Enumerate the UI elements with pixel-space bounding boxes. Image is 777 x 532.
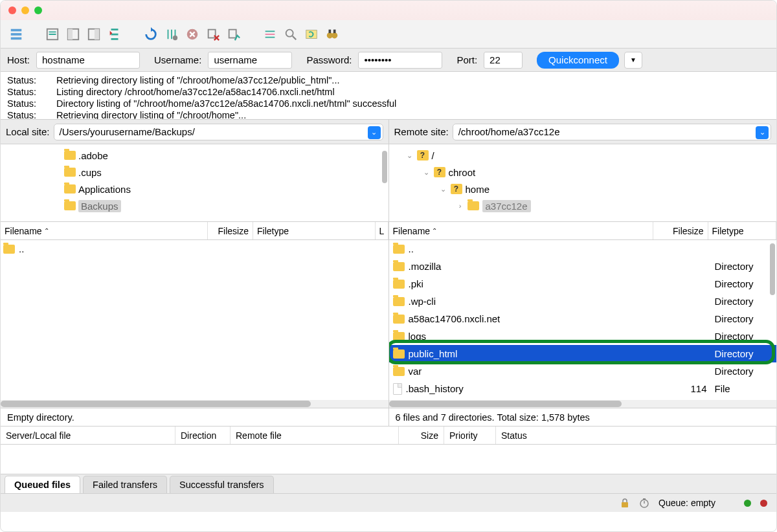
list-item[interactable]: varDirectory bbox=[389, 362, 777, 380]
tab-successful-transfers[interactable]: Successful transfers bbox=[170, 476, 274, 493]
stopwatch-icon[interactable] bbox=[639, 498, 649, 508]
reconnect-icon[interactable] bbox=[225, 25, 243, 43]
tree-item-label: .cups bbox=[78, 167, 102, 178]
toggle-remote-tree-icon[interactable] bbox=[85, 25, 103, 43]
qcol-status[interactable]: Status bbox=[496, 427, 776, 444]
chevron-down-icon: ⌄ bbox=[756, 126, 769, 139]
window-maximize-button[interactable] bbox=[34, 6, 42, 14]
quickconnect-history-dropdown[interactable]: ▼ bbox=[624, 52, 642, 69]
folder-icon bbox=[467, 201, 479, 210]
username-input[interactable] bbox=[208, 52, 292, 69]
col-filetype[interactable]: Filetype bbox=[708, 222, 777, 239]
sort-asc-icon: ⌃ bbox=[44, 227, 49, 234]
tree-item-label: Backups bbox=[78, 200, 121, 212]
message-log[interactable]: Status:Retrieving directory listing of "… bbox=[1, 72, 776, 120]
queue-body[interactable] bbox=[1, 445, 776, 474]
list-item[interactable]: .bash_history114File bbox=[389, 380, 777, 397]
filetype: Directory bbox=[711, 313, 777, 324]
scrollbar-horizontal[interactable] bbox=[389, 400, 777, 408]
tab-queued-files[interactable]: Queued files bbox=[5, 476, 80, 493]
col-filename[interactable]: Filename⌃ bbox=[1, 222, 208, 239]
scrollbar-horizontal[interactable] bbox=[1, 400, 388, 408]
expand-icon[interactable]: ⌄ bbox=[406, 151, 414, 160]
filetype: Directory bbox=[711, 348, 777, 359]
window-minimize-button[interactable] bbox=[21, 6, 29, 14]
binoculars-icon[interactable] bbox=[323, 25, 341, 43]
site-manager-icon[interactable] bbox=[7, 25, 25, 43]
col-filename[interactable]: Filename⌃ bbox=[389, 222, 653, 239]
col-filetype[interactable]: Filetype bbox=[253, 222, 376, 239]
tree-item[interactable]: Applications bbox=[6, 181, 383, 197]
list-item[interactable]: .. bbox=[389, 240, 777, 258]
expand-icon[interactable]: ⌄ bbox=[440, 185, 447, 194]
activity-indicator-upload bbox=[760, 500, 767, 507]
local-file-list[interactable]: Filename⌃ Filesize Filetype L .. bbox=[1, 222, 389, 408]
tree-item[interactable]: ›a37cc12e bbox=[394, 197, 772, 214]
toggle-local-tree-icon[interactable] bbox=[64, 25, 82, 43]
list-item[interactable]: a58ac14706.nxcli.netDirectory bbox=[389, 310, 777, 327]
filter-icon[interactable] bbox=[261, 25, 279, 43]
refresh-icon[interactable] bbox=[142, 25, 160, 43]
compare-icon[interactable] bbox=[302, 25, 321, 43]
quickconnect-button[interactable]: Quickconnect bbox=[537, 52, 619, 69]
tree-item[interactable]: ⌄?chroot bbox=[394, 164, 772, 181]
list-item[interactable]: .wp-cliDirectory bbox=[389, 293, 777, 310]
list-item[interactable]: .pkiDirectory bbox=[389, 275, 777, 293]
window-close-button[interactable] bbox=[8, 6, 16, 14]
tree-item[interactable]: ⌄?/ bbox=[394, 147, 772, 164]
toggle-queue-icon[interactable] bbox=[106, 25, 124, 43]
filetype: Directory bbox=[711, 366, 777, 377]
list-item[interactable]: .. bbox=[1, 240, 388, 258]
list-item[interactable]: logsDirectory bbox=[389, 327, 777, 345]
col-lastmodified[interactable]: L bbox=[376, 222, 388, 239]
folder-icon bbox=[3, 245, 15, 254]
host-input[interactable] bbox=[36, 52, 140, 69]
qcol-direction[interactable]: Direction bbox=[175, 427, 231, 444]
port-input[interactable] bbox=[484, 52, 523, 69]
port-label: Port: bbox=[456, 54, 477, 65]
remote-file-list[interactable]: Filename⌃ Filesize Filetype ...mozillaDi… bbox=[389, 222, 777, 408]
remote-status: 6 files and 7 directories. Total size: 1… bbox=[389, 408, 777, 426]
expand-icon[interactable]: ⌄ bbox=[423, 168, 431, 177]
log-line: Status:Retrieving directory listing of "… bbox=[7, 109, 770, 120]
tree-item-label: .adobe bbox=[78, 150, 108, 161]
password-input[interactable] bbox=[358, 52, 442, 69]
qcol-size[interactable]: Size bbox=[399, 427, 444, 444]
tree-item[interactable]: ⌄?home bbox=[394, 181, 772, 197]
qcol-priority[interactable]: Priority bbox=[444, 427, 496, 444]
unknown-folder-icon: ? bbox=[451, 184, 462, 194]
remote-site-path-select[interactable]: /chroot/home/a37cc12e ⌄ bbox=[453, 124, 771, 140]
expand-icon[interactable]: › bbox=[456, 202, 464, 210]
qcol-remote[interactable]: Remote file bbox=[231, 427, 399, 444]
col-filesize[interactable]: Filesize bbox=[653, 222, 708, 239]
tree-item[interactable]: .cups bbox=[6, 164, 383, 181]
qcol-server[interactable]: Server/Local file bbox=[1, 427, 175, 444]
scrollbar[interactable] bbox=[770, 243, 775, 295]
tab-failed-transfers[interactable]: Failed transfers bbox=[83, 476, 167, 493]
cancel-icon[interactable] bbox=[183, 25, 201, 43]
tree-item[interactable]: Backups bbox=[6, 197, 383, 214]
lock-icon[interactable] bbox=[620, 498, 630, 508]
local-tree[interactable]: .adobe.cupsApplicationsBackups bbox=[1, 144, 389, 221]
disconnect-icon[interactable] bbox=[204, 25, 222, 43]
titlebar bbox=[1, 1, 776, 20]
tree-item[interactable]: .adobe bbox=[6, 147, 383, 164]
remote-tree[interactable]: ⌄?/⌄?chroot⌄?home›a37cc12e bbox=[389, 144, 777, 221]
host-label: Host: bbox=[7, 54, 30, 65]
folder-icon bbox=[393, 315, 405, 324]
filename: .. bbox=[19, 243, 24, 254]
col-filesize[interactable]: Filesize bbox=[208, 222, 253, 239]
process-queue-icon[interactable] bbox=[163, 25, 181, 43]
svg-rect-0 bbox=[11, 28, 22, 31]
list-item[interactable]: public_htmlDirectory bbox=[389, 345, 777, 362]
folder-icon bbox=[64, 184, 76, 194]
folder-icon bbox=[393, 349, 405, 359]
list-item[interactable]: .mozillaDirectory bbox=[389, 258, 777, 275]
svg-point-17 bbox=[286, 29, 293, 36]
local-site-path-select[interactable]: /Users/yourusername/Backups/ ⌄ bbox=[54, 124, 383, 140]
unknown-folder-icon: ? bbox=[417, 150, 429, 161]
toggle-log-icon[interactable] bbox=[43, 25, 62, 43]
scrollbar[interactable] bbox=[382, 151, 387, 183]
tree-item-label: / bbox=[432, 150, 434, 161]
search-icon[interactable] bbox=[282, 25, 300, 43]
